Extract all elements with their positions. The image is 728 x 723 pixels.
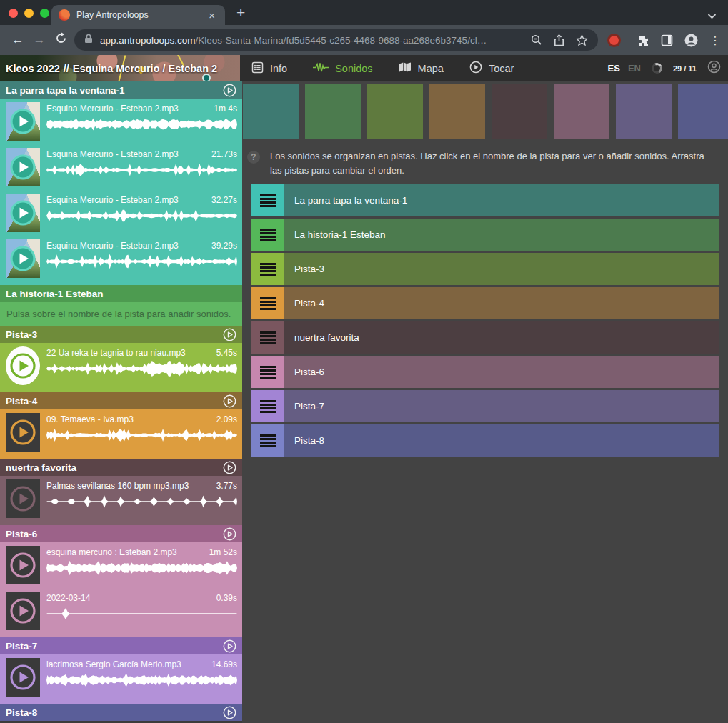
reload-button[interactable] xyxy=(50,32,71,48)
drag-handle[interactable] xyxy=(251,287,284,319)
track-row[interactable]: La historia-1 Esteban xyxy=(251,219,719,251)
track-play-button[interactable] xyxy=(223,461,236,474)
side-panel-icon[interactable] xyxy=(661,34,673,46)
clip-play-icon[interactable] xyxy=(9,352,36,379)
track-row[interactable]: nuertra favorita xyxy=(251,321,719,354)
track-row-bar[interactable]: Pista-6 xyxy=(284,356,719,388)
track-row-bar[interactable]: La parra tapa la ventana-1 xyxy=(284,184,719,216)
audio-clip[interactable]: Esquina Mercurio - Esteban 2.mp3 32.27s xyxy=(0,190,242,236)
new-tab-button[interactable]: + xyxy=(236,4,245,21)
language-en[interactable]: EN xyxy=(628,63,641,74)
track-header[interactable]: La historia-1 Esteban xyxy=(0,285,242,302)
lock-icon[interactable] xyxy=(84,34,93,46)
clip-play-icon[interactable] xyxy=(9,552,36,579)
clip-play-icon[interactable] xyxy=(9,597,36,624)
drag-handle[interactable] xyxy=(251,424,284,457)
track-row[interactable]: Pista-3 xyxy=(251,253,719,285)
track-color-swatch[interactable] xyxy=(367,84,423,139)
drag-handle[interactable] xyxy=(251,390,284,422)
track-row[interactable]: Pista-7 xyxy=(251,390,719,422)
track-row-bar[interactable]: Pista-4 xyxy=(284,287,719,319)
clip-play-icon[interactable] xyxy=(9,108,36,135)
clip-thumbnail[interactable] xyxy=(6,479,40,518)
window-close-button[interactable] xyxy=(9,9,18,18)
clip-thumbnail[interactable] xyxy=(6,546,40,584)
clip-thumbnail[interactable] xyxy=(6,239,40,278)
clip-play-icon[interactable] xyxy=(9,245,36,272)
clip-thumbnail[interactable] xyxy=(6,194,40,232)
drag-handle[interactable] xyxy=(251,219,284,251)
track-color-swatch[interactable] xyxy=(554,84,609,139)
drag-handle[interactable] xyxy=(251,184,284,216)
track-color-swatch[interactable] xyxy=(429,84,485,139)
track-color-swatch[interactable] xyxy=(492,84,547,139)
audio-clip[interactable]: 2022-03-14 0.39s xyxy=(0,588,242,634)
clip-play-icon[interactable] xyxy=(9,199,36,226)
clip-thumbnail[interactable] xyxy=(6,102,40,141)
drag-handle[interactable] xyxy=(251,321,284,354)
track-header[interactable]: nuertra favorita xyxy=(0,459,242,476)
profile-avatar-icon[interactable] xyxy=(684,34,698,47)
language-es[interactable]: ES xyxy=(608,63,620,74)
share-icon[interactable] xyxy=(554,34,564,46)
track-row[interactable]: Pista-4 xyxy=(251,287,719,319)
forward-button[interactable]: → xyxy=(29,33,50,47)
audio-clip[interactable]: esquina mercurio : Esteban 2.mp3 1m 52s xyxy=(0,542,242,588)
track-header[interactable]: Pista-8 xyxy=(0,704,242,721)
track-play-button[interactable] xyxy=(223,639,236,653)
track-row-bar[interactable]: Pista-7 xyxy=(284,390,719,422)
bookmark-star-icon[interactable] xyxy=(576,34,588,46)
track-color-swatch[interactable] xyxy=(678,84,728,139)
track-play-button[interactable] xyxy=(223,328,236,341)
clip-play-icon[interactable] xyxy=(9,664,36,691)
track-color-swatch[interactable] xyxy=(305,84,361,139)
track-row-bar[interactable]: Pista-8 xyxy=(284,424,719,457)
window-minimize-button[interactable] xyxy=(24,9,34,18)
clip-thumbnail[interactable] xyxy=(6,346,40,385)
track-header[interactable]: Pista-3 xyxy=(0,326,242,343)
clip-play-icon[interactable] xyxy=(9,419,36,446)
track-play-button[interactable] xyxy=(223,706,236,719)
track-row-bar[interactable]: La historia-1 Esteban xyxy=(284,219,719,251)
clip-thumbnail[interactable] xyxy=(6,592,40,630)
nav-tab-sonidos[interactable]: Sonidos xyxy=(313,61,372,76)
track-header[interactable]: La parra tapa la ventana-1 xyxy=(0,81,242,99)
track-row[interactable]: Pista-6 xyxy=(251,356,719,388)
url-bar[interactable]: app.antropoloops.com/Kleos-Santa-Marina/… xyxy=(74,29,598,51)
track-row[interactable]: La parra tapa la ventana-1 xyxy=(251,184,719,216)
track-play-button[interactable] xyxy=(223,84,236,97)
track-color-swatch[interactable] xyxy=(616,84,672,139)
clip-play-icon[interactable] xyxy=(9,154,36,181)
nav-tab-info[interactable]: Info xyxy=(251,61,287,76)
clip-play-icon[interactable] xyxy=(9,485,36,512)
nav-tab-mapa[interactable]: Mapa xyxy=(399,61,444,76)
track-header[interactable]: Pista-7 xyxy=(0,637,242,654)
clip-thumbnail[interactable] xyxy=(6,413,40,452)
account-icon[interactable] xyxy=(707,60,721,76)
record-extension-icon[interactable] xyxy=(609,36,619,45)
track-color-swatch[interactable] xyxy=(243,84,299,139)
extensions-puzzle-icon[interactable] xyxy=(637,34,649,46)
tab-search-chevron-icon[interactable] xyxy=(707,9,717,22)
track-play-button[interactable] xyxy=(223,527,236,541)
browser-tab[interactable]: Play Antropoloops × xyxy=(51,5,225,25)
track-play-button[interactable] xyxy=(223,394,236,408)
track-header[interactable]: Pista-4 xyxy=(0,392,242,409)
clip-thumbnail[interactable] xyxy=(6,658,40,697)
back-button[interactable]: ← xyxy=(7,33,29,47)
track-row[interactable]: Pista-8 xyxy=(251,424,719,457)
audio-clip[interactable]: 22 Ua reka te tagnia to rau niau.mp3 5.4… xyxy=(0,343,242,389)
audio-clip[interactable]: Esquina Mercurio - Esteban 2.mp3 21.73s xyxy=(0,144,242,190)
drag-handle[interactable] xyxy=(251,253,284,285)
audio-clip[interactable]: 09. Temaeva - Iva.mp3 2.09s xyxy=(0,409,242,455)
track-row-bar[interactable]: nuertra favorita xyxy=(284,321,719,354)
nav-tab-tocar[interactable]: Tocar xyxy=(469,61,514,76)
audio-clip[interactable]: Esquina Mercurio - Esteban 2.mp3 1m 4s xyxy=(0,99,242,144)
track-header[interactable]: Pista-6 xyxy=(0,525,242,542)
clip-thumbnail[interactable] xyxy=(6,148,40,186)
window-maximize-button[interactable] xyxy=(40,9,49,18)
audio-clip[interactable]: lacrimosa Sergio García Merlo.mp3 14.69s xyxy=(0,654,242,700)
audio-clip[interactable]: Esquina Mercurio - Esteban 2.mp3 39.29s xyxy=(0,236,242,281)
zoom-icon[interactable] xyxy=(531,34,542,46)
drag-handle[interactable] xyxy=(251,356,284,388)
